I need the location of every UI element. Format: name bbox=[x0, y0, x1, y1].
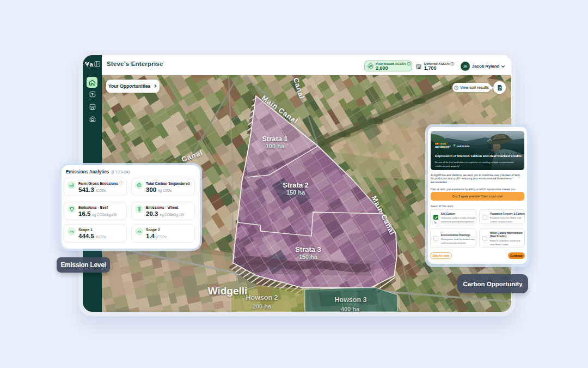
svg-text:agriprove: agriprove bbox=[435, 145, 449, 148]
svg-text:credits on your property!: credits on your property! bbox=[435, 165, 460, 167]
svg-text:Expression of Interest: Carbon: Expression of Interest: Carbon and Reef … bbox=[435, 154, 522, 158]
svg-text:VERTERRA: VERTERRA bbox=[457, 145, 470, 148]
svg-text:a: a bbox=[90, 61, 94, 68]
svg-text:×: × bbox=[449, 144, 451, 148]
svg-text:Be one of the first landholder: Be one of the first landholders to capit… bbox=[435, 161, 513, 164]
